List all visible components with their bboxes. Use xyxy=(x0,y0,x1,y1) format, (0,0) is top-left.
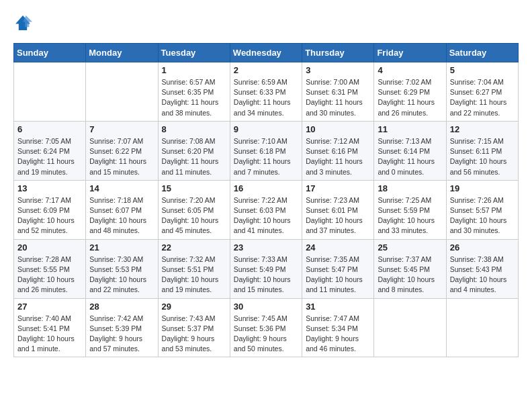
day-number: 13 xyxy=(17,183,82,193)
calendar-cell: 2Sunrise: 6:59 AM Sunset: 6:33 PM Daylig… xyxy=(230,62,302,122)
calendar-cell xyxy=(446,298,518,357)
day-info: Sunrise: 7:12 AM Sunset: 6:16 PM Dayligh… xyxy=(306,136,370,177)
day-number: 31 xyxy=(306,302,370,312)
day-number: 2 xyxy=(234,65,298,75)
day-number: 6 xyxy=(17,124,82,134)
calendar-cell: 27Sunrise: 7:40 AM Sunset: 5:41 PM Dayli… xyxy=(14,298,86,357)
calendar-table: SundayMondayTuesdayWednesdayThursdayFrid… xyxy=(13,43,519,357)
day-info: Sunrise: 7:10 AM Sunset: 6:18 PM Dayligh… xyxy=(234,136,298,177)
day-number: 4 xyxy=(378,65,442,75)
calendar-cell: 10Sunrise: 7:12 AM Sunset: 6:16 PM Dayli… xyxy=(302,121,374,180)
day-info: Sunrise: 7:30 AM Sunset: 5:53 PM Dayligh… xyxy=(89,255,154,295)
day-number: 25 xyxy=(378,242,442,253)
day-info: Sunrise: 7:32 AM Sunset: 5:51 PM Dayligh… xyxy=(162,255,226,295)
page-header xyxy=(13,13,519,32)
day-number: 15 xyxy=(162,183,226,193)
day-info: Sunrise: 7:47 AM Sunset: 5:34 PM Dayligh… xyxy=(306,314,370,355)
calendar-cell: 1Sunrise: 6:57 AM Sunset: 6:35 PM Daylig… xyxy=(158,62,230,122)
calendar-cell: 12Sunrise: 7:15 AM Sunset: 6:11 PM Dayli… xyxy=(446,121,518,180)
calendar-cell: 29Sunrise: 7:43 AM Sunset: 5:37 PM Dayli… xyxy=(158,298,230,357)
day-number: 30 xyxy=(234,302,298,312)
calendar-cell: 30Sunrise: 7:45 AM Sunset: 5:36 PM Dayli… xyxy=(230,298,302,357)
calendar-header-tuesday: Tuesday xyxy=(158,44,230,62)
calendar-cell xyxy=(86,62,158,122)
calendar-week-row: 27Sunrise: 7:40 AM Sunset: 5:41 PM Dayli… xyxy=(14,298,519,357)
calendar-cell xyxy=(374,298,446,357)
calendar-cell xyxy=(14,62,86,122)
calendar-cell: 20Sunrise: 7:28 AM Sunset: 5:55 PM Dayli… xyxy=(14,239,86,298)
day-number: 20 xyxy=(17,242,82,253)
day-number: 19 xyxy=(450,183,515,193)
day-number: 16 xyxy=(234,183,298,193)
calendar-cell: 19Sunrise: 7:26 AM Sunset: 5:57 PM Dayli… xyxy=(446,180,518,239)
calendar-cell: 5Sunrise: 7:04 AM Sunset: 6:27 PM Daylig… xyxy=(446,62,518,122)
calendar-cell: 24Sunrise: 7:35 AM Sunset: 5:47 PM Dayli… xyxy=(302,239,374,298)
day-info: Sunrise: 7:05 AM Sunset: 6:24 PM Dayligh… xyxy=(17,136,82,177)
day-info: Sunrise: 7:45 AM Sunset: 5:36 PM Dayligh… xyxy=(234,314,298,355)
day-info: Sunrise: 7:40 AM Sunset: 5:41 PM Dayligh… xyxy=(17,314,82,355)
calendar-week-row: 13Sunrise: 7:17 AM Sunset: 6:09 PM Dayli… xyxy=(14,180,519,239)
day-info: Sunrise: 7:13 AM Sunset: 6:14 PM Dayligh… xyxy=(378,136,442,177)
calendar-header-wednesday: Wednesday xyxy=(230,44,302,62)
day-info: Sunrise: 7:35 AM Sunset: 5:47 PM Dayligh… xyxy=(306,255,370,295)
calendar-week-row: 1Sunrise: 6:57 AM Sunset: 6:35 PM Daylig… xyxy=(14,62,519,122)
day-info: Sunrise: 7:26 AM Sunset: 5:57 PM Dayligh… xyxy=(450,195,515,236)
calendar-header-friday: Friday xyxy=(374,44,446,62)
day-number: 21 xyxy=(89,242,154,253)
day-info: Sunrise: 7:23 AM Sunset: 6:01 PM Dayligh… xyxy=(306,195,370,236)
day-number: 12 xyxy=(450,124,515,134)
day-info: Sunrise: 7:43 AM Sunset: 5:37 PM Dayligh… xyxy=(162,314,226,355)
calendar-header-row: SundayMondayTuesdayWednesdayThursdayFrid… xyxy=(14,44,519,62)
calendar-header-thursday: Thursday xyxy=(302,44,374,62)
day-info: Sunrise: 7:17 AM Sunset: 6:09 PM Dayligh… xyxy=(17,195,82,236)
day-number: 11 xyxy=(378,124,442,134)
day-info: Sunrise: 7:07 AM Sunset: 6:22 PM Dayligh… xyxy=(89,136,154,177)
day-info: Sunrise: 7:18 AM Sunset: 6:07 PM Dayligh… xyxy=(89,195,154,236)
day-info: Sunrise: 7:33 AM Sunset: 5:49 PM Dayligh… xyxy=(234,255,298,295)
day-info: Sunrise: 7:20 AM Sunset: 6:05 PM Dayligh… xyxy=(162,195,226,236)
calendar-cell: 25Sunrise: 7:37 AM Sunset: 5:45 PM Dayli… xyxy=(374,239,446,298)
day-info: Sunrise: 7:28 AM Sunset: 5:55 PM Dayligh… xyxy=(17,255,82,295)
day-number: 17 xyxy=(306,183,370,193)
calendar-cell: 16Sunrise: 7:22 AM Sunset: 6:03 PM Dayli… xyxy=(230,180,302,239)
calendar-header-saturday: Saturday xyxy=(446,44,518,62)
day-number: 22 xyxy=(162,242,226,253)
calendar-cell: 26Sunrise: 7:38 AM Sunset: 5:43 PM Dayli… xyxy=(446,239,518,298)
day-number: 29 xyxy=(162,302,226,312)
day-info: Sunrise: 7:38 AM Sunset: 5:43 PM Dayligh… xyxy=(450,255,515,295)
calendar-cell: 31Sunrise: 7:47 AM Sunset: 5:34 PM Dayli… xyxy=(302,298,374,357)
calendar-cell: 11Sunrise: 7:13 AM Sunset: 6:14 PM Dayli… xyxy=(374,121,446,180)
day-info: Sunrise: 7:37 AM Sunset: 5:45 PM Dayligh… xyxy=(378,255,442,295)
day-number: 27 xyxy=(17,302,82,312)
day-number: 8 xyxy=(162,124,226,134)
day-number: 7 xyxy=(89,124,154,134)
day-number: 9 xyxy=(234,124,298,134)
calendar-cell: 13Sunrise: 7:17 AM Sunset: 6:09 PM Dayli… xyxy=(14,180,86,239)
day-info: Sunrise: 6:57 AM Sunset: 6:35 PM Dayligh… xyxy=(162,77,226,118)
logo xyxy=(13,13,35,32)
day-number: 14 xyxy=(89,183,154,193)
calendar-cell: 21Sunrise: 7:30 AM Sunset: 5:53 PM Dayli… xyxy=(86,239,158,298)
calendar-header-monday: Monday xyxy=(86,44,158,62)
day-number: 24 xyxy=(306,242,370,253)
day-info: Sunrise: 6:59 AM Sunset: 6:33 PM Dayligh… xyxy=(234,77,298,118)
calendar-cell: 4Sunrise: 7:02 AM Sunset: 6:29 PM Daylig… xyxy=(374,62,446,122)
day-info: Sunrise: 7:04 AM Sunset: 6:27 PM Dayligh… xyxy=(450,77,515,118)
calendar-header-sunday: Sunday xyxy=(14,44,86,62)
day-number: 3 xyxy=(306,65,370,75)
day-number: 18 xyxy=(378,183,442,193)
calendar-cell: 14Sunrise: 7:18 AM Sunset: 6:07 PM Dayli… xyxy=(86,180,158,239)
day-info: Sunrise: 7:42 AM Sunset: 5:39 PM Dayligh… xyxy=(89,314,154,355)
calendar-cell: 9Sunrise: 7:10 AM Sunset: 6:18 PM Daylig… xyxy=(230,121,302,180)
day-number: 28 xyxy=(89,302,154,312)
calendar-cell: 17Sunrise: 7:23 AM Sunset: 6:01 PM Dayli… xyxy=(302,180,374,239)
day-info: Sunrise: 7:15 AM Sunset: 6:11 PM Dayligh… xyxy=(450,136,515,177)
calendar-cell: 6Sunrise: 7:05 AM Sunset: 6:24 PM Daylig… xyxy=(14,121,86,180)
calendar-cell: 3Sunrise: 7:00 AM Sunset: 6:31 PM Daylig… xyxy=(302,62,374,122)
day-number: 26 xyxy=(450,242,515,253)
calendar-cell: 22Sunrise: 7:32 AM Sunset: 5:51 PM Dayli… xyxy=(158,239,230,298)
calendar-cell: 15Sunrise: 7:20 AM Sunset: 6:05 PM Dayli… xyxy=(158,180,230,239)
logo-icon xyxy=(13,13,32,32)
calendar-week-row: 6Sunrise: 7:05 AM Sunset: 6:24 PM Daylig… xyxy=(14,121,519,180)
day-info: Sunrise: 7:25 AM Sunset: 5:59 PM Dayligh… xyxy=(378,195,442,236)
